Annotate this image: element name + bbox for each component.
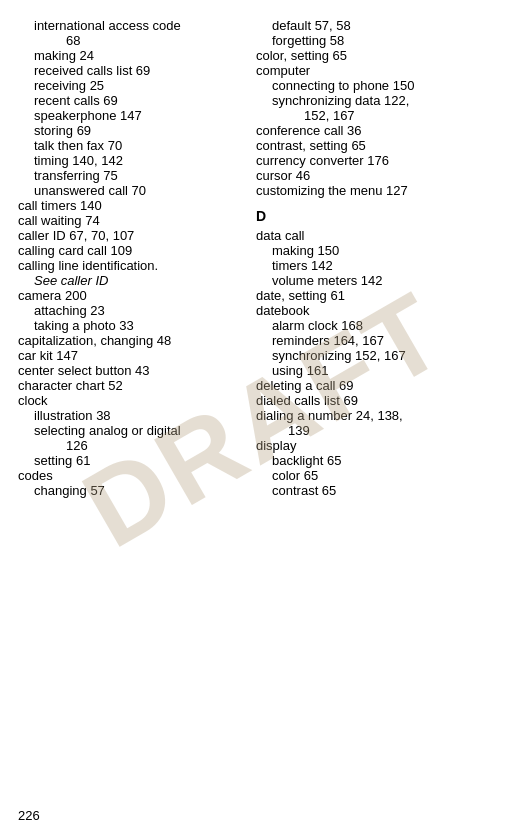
- index-entry: clock: [18, 393, 240, 408]
- index-entry: timing 140, 142: [18, 153, 240, 168]
- right-column: default 57, 58forgetting 58color, settin…: [248, 18, 510, 819]
- index-entry: conference call 36: [256, 123, 510, 138]
- index-entry: 139: [256, 423, 510, 438]
- index-entry: car kit 147: [18, 348, 240, 363]
- index-entry: backlight 65: [256, 453, 510, 468]
- index-entry: date, setting 61: [256, 288, 510, 303]
- index-entry: forgetting 58: [256, 33, 510, 48]
- index-entry: received calls list 69: [18, 63, 240, 78]
- index-entry: calling card call 109: [18, 243, 240, 258]
- index-entry: deleting a call 69: [256, 378, 510, 393]
- index-entry: alarm clock 168: [256, 318, 510, 333]
- index-entry: See caller ID: [18, 273, 240, 288]
- index-entry: customizing the menu 127: [256, 183, 510, 198]
- index-entry: computer: [256, 63, 510, 78]
- index-entry: dialing a number 24, 138,: [256, 408, 510, 423]
- index-entry: setting 61: [18, 453, 240, 468]
- index-entry: storing 69: [18, 123, 240, 138]
- index-entry: recent calls 69: [18, 93, 240, 108]
- index-entry: speakerphone 147: [18, 108, 240, 123]
- index-entry: international access code: [18, 18, 240, 33]
- index-entry: camera 200: [18, 288, 240, 303]
- page-number: 226: [18, 808, 40, 823]
- index-entry: connecting to phone 150: [256, 78, 510, 93]
- index-entry: volume meters 142: [256, 273, 510, 288]
- index-entry: contrast 65: [256, 483, 510, 498]
- index-entry: default 57, 58: [256, 18, 510, 33]
- left-column: international access code68making 24rece…: [18, 18, 248, 819]
- index-entry: receiving 25: [18, 78, 240, 93]
- index-entry: calling line identification.: [18, 258, 240, 273]
- index-entry: transferring 75: [18, 168, 240, 183]
- index-entry: character chart 52: [18, 378, 240, 393]
- index-entry: data call: [256, 228, 510, 243]
- content-columns: international access code68making 24rece…: [18, 18, 510, 819]
- index-entry: unanswered call 70: [18, 183, 240, 198]
- index-entry: making 24: [18, 48, 240, 63]
- index-entry: synchronizing data 122,: [256, 93, 510, 108]
- index-entry: call waiting 74: [18, 213, 240, 228]
- index-entry: capitalization, changing 48: [18, 333, 240, 348]
- index-entry: talk then fax 70: [18, 138, 240, 153]
- index-entry: codes: [18, 468, 240, 483]
- index-entry: changing 57: [18, 483, 240, 498]
- index-entry: selecting analog or digital: [18, 423, 240, 438]
- index-entry: currency converter 176: [256, 153, 510, 168]
- index-entry: synchronizing 152, 167: [256, 348, 510, 363]
- index-entry: 68: [18, 33, 240, 48]
- index-entry: center select button 43: [18, 363, 240, 378]
- index-entry: 152, 167: [256, 108, 510, 123]
- index-entry: attaching 23: [18, 303, 240, 318]
- index-entry: color 65: [256, 468, 510, 483]
- index-entry: display: [256, 438, 510, 453]
- index-entry: dialed calls list 69: [256, 393, 510, 408]
- index-entry: datebook: [256, 303, 510, 318]
- index-entry: contrast, setting 65: [256, 138, 510, 153]
- index-entry: timers 142: [256, 258, 510, 273]
- index-entry: call timers 140: [18, 198, 240, 213]
- index-entry: caller ID 67, 70, 107: [18, 228, 240, 243]
- index-entry: cursor 46: [256, 168, 510, 183]
- index-entry: making 150: [256, 243, 510, 258]
- index-entry: reminders 164, 167: [256, 333, 510, 348]
- index-entry: taking a photo 33: [18, 318, 240, 333]
- index-entry: 126: [18, 438, 240, 453]
- index-entry: D: [256, 208, 510, 224]
- index-entry: using 161: [256, 363, 510, 378]
- page-container: DRAFT international access code68making …: [0, 0, 528, 837]
- index-entry: illustration 38: [18, 408, 240, 423]
- index-entry: color, setting 65: [256, 48, 510, 63]
